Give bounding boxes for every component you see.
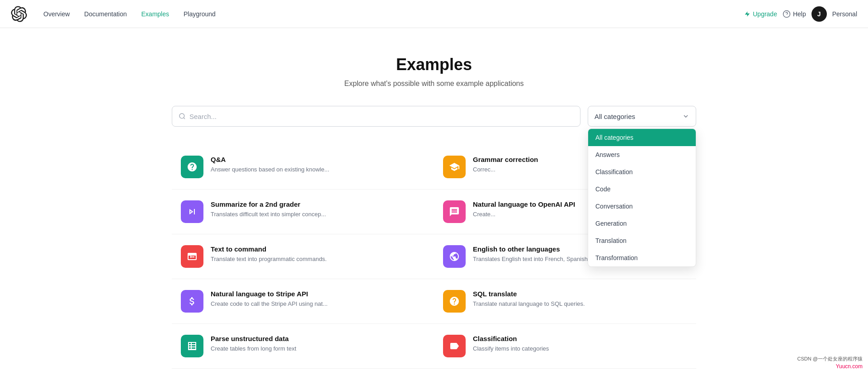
card-desc-classification: Classify items into categories [473,344,687,353]
personal-label: Personal [832,10,857,18]
card-icon-classification [443,335,466,357]
card-icon-text-command [181,245,203,268]
nav-links: Overview Documentation Examples Playgrou… [38,8,221,20]
example-card-text-command[interactable]: Text to command Translate text into prog… [172,234,434,279]
card-desc-qa: Answer questions based on existing knowl… [211,165,425,174]
watermark-csdn: CSDN @一个处女座的程序猿 [797,356,863,362]
tag-icon [449,341,460,351]
page-subtitle: Explore what's possible with some exampl… [172,80,696,88]
nav-overview[interactable]: Overview [38,8,75,20]
card-icon-summarize [181,200,203,223]
card-title-summarize: Summarize for a 2nd grader [211,200,425,208]
card-title-parse: Parse unstructured data [211,335,425,342]
card-icon-nl-api [443,200,466,223]
card-icon-grammar [443,156,466,178]
category-dropdown: All categories Answers Classification Co… [588,128,696,267]
avatar[interactable]: J [811,6,827,22]
help-label: Help [793,10,806,18]
dropdown-item-answers[interactable]: Answers [588,146,696,163]
category-select-button[interactable]: All categories [588,106,696,127]
terminal-icon [187,251,198,262]
help-icon [783,10,791,18]
globe-icon [449,251,460,262]
forward-icon [187,206,198,217]
chevron-down-icon [682,113,689,120]
example-card-parse[interactable]: Parse unstructured data Create tables fr… [172,324,434,369]
page-title: Examples [172,55,696,74]
card-title-qa: Q&A [211,156,425,163]
card-content-classification: Classification Classify items into categ… [473,335,687,353]
nav-examples[interactable]: Examples [136,8,175,20]
card-title-text-command: Text to command [211,245,425,253]
card-icon-parse [181,335,203,357]
navbar: Overview Documentation Examples Playgrou… [0,0,868,28]
svg-point-2 [179,114,184,119]
svg-line-3 [184,118,185,119]
question-icon [187,161,198,172]
example-card-stripe[interactable]: Natural language to Stripe API Create co… [172,279,434,324]
example-card-summarize[interactable]: Summarize for a 2nd grader Translates di… [172,190,434,234]
card-icon-qa [181,156,203,178]
card-title-classification: Classification [473,335,687,342]
nav-playground[interactable]: Playground [178,8,221,20]
bolt-icon [744,11,750,17]
chat-icon [449,206,460,217]
card-title-stripe: Natural language to Stripe API [211,290,425,298]
example-card-sql[interactable]: SQL translate Translate natural language… [434,279,696,324]
card-content-sql: SQL translate Translate natural language… [473,290,687,309]
dropdown-item-translation[interactable]: Translation [588,232,696,249]
card-desc-parse: Create tables from long form text [211,344,425,353]
card-desc-sql: Translate natural language to SQL querie… [473,299,687,309]
card-icon-english [443,245,466,268]
search-filter-row: All categories All categories Answers Cl… [172,106,696,127]
search-wrapper [172,106,580,127]
card-content-stripe: Natural language to Stripe API Create co… [211,290,425,309]
openai-logo[interactable] [11,6,27,22]
dropdown-item-code[interactable]: Code [588,180,696,198]
card-content-summarize: Summarize for a 2nd grader Translates di… [211,200,425,219]
watermark-yuucn: Yuucn.com [836,363,863,370]
dropdown-item-all[interactable]: All categories [588,129,696,146]
search-icon [179,113,186,120]
card-content-text-command: Text to command Translate text into prog… [211,245,425,264]
sql-question-icon [449,296,460,307]
dropdown-item-classification[interactable]: Classification [588,163,696,180]
nav-documentation[interactable]: Documentation [79,8,132,20]
main-content: Examples Explore what's possible with so… [163,28,705,375]
nav-right: Upgrade Help J Personal [744,6,857,22]
card-title-sql: SQL translate [473,290,687,298]
example-card-classification[interactable]: Classification Classify items into categ… [434,324,696,369]
card-content-parse: Parse unstructured data Create tables fr… [211,335,425,353]
card-desc-stripe: Create code to call the Stripe API using… [211,299,425,309]
graduation-icon [449,161,460,172]
card-desc-text-command: Translate text into programmatic command… [211,255,425,264]
category-select-wrapper: All categories All categories Answers Cl… [588,106,696,127]
card-icon-stripe [181,290,203,313]
card-content-qa: Q&A Answer questions based on existing k… [211,156,425,174]
dollar-icon [187,296,198,307]
category-selected-label: All categories [594,113,635,120]
dropdown-item-generation[interactable]: Generation [588,215,696,232]
table-icon [187,341,198,351]
dropdown-item-conversation[interactable]: Conversation [588,198,696,215]
upgrade-button[interactable]: Upgrade [744,10,777,18]
dropdown-item-transformation[interactable]: Transformation [588,249,696,266]
example-card-qa[interactable]: Q&A Answer questions based on existing k… [172,145,434,190]
help-button[interactable]: Help [783,10,806,18]
card-desc-summarize: Translates difficult text into simpler c… [211,210,425,219]
card-icon-sql [443,290,466,313]
search-input[interactable] [189,113,574,120]
upgrade-label: Upgrade [753,10,777,18]
